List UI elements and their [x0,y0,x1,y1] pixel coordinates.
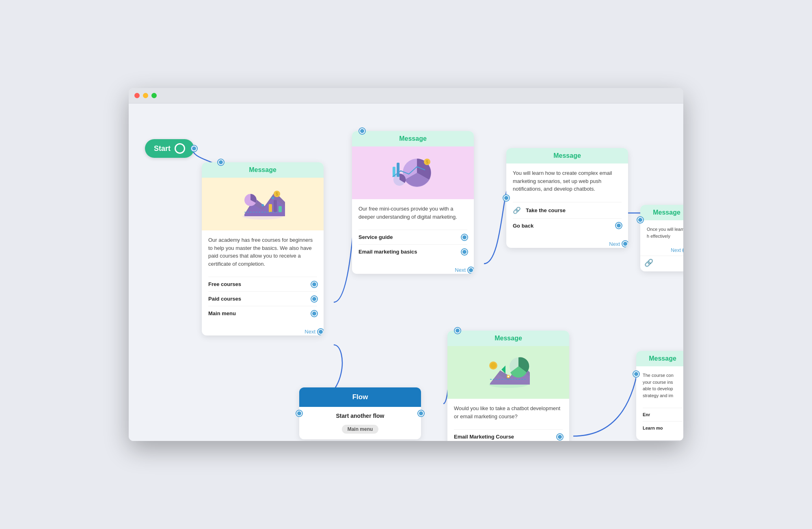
svg-rect-5 [274,200,277,212]
chart-icon-2: $ [391,155,435,191]
flow-output-dot [418,411,424,416]
svg-point-8 [272,197,274,199]
card4-input-dot [455,328,460,333]
message-card-3: Message You will learn how to create com… [506,148,628,248]
card3-btn-2[interactable]: Go back [513,218,622,233]
card1-btn-2[interactable]: Paid courses [208,291,317,306]
card2-input-dot [359,128,365,134]
message-card-4: Message [447,331,569,441]
flow-title: Start another flow [306,413,415,419]
card4-image [447,346,569,399]
canvas-area: Start Message [129,103,683,441]
card5-input-dot [637,217,643,223]
card5-link: 🔗 [640,256,683,271]
card4-btn-dot-1 [557,434,563,440]
start-circle [175,143,185,154]
message-card-1: Message [202,162,324,335]
flow-input-dot [296,411,302,416]
card5-header: Message [640,205,683,220]
card6-input-dot [633,371,639,377]
card6-header: Message [636,351,683,366]
card4-btn-1[interactable]: Email Marketing Course [454,429,563,441]
card1-next-dot [318,329,324,335]
svg-point-25 [508,376,509,377]
card4-node: Message [447,331,569,441]
titlebar [129,88,683,103]
card2-btn-2[interactable]: Email marketing basics [358,244,467,259]
card1-btn-3[interactable]: Main menu [208,306,317,320]
card3-buttons: 🔗 Take the course Go back [506,199,628,239]
btn-dot-2 [311,296,317,302]
start-node[interactable]: Start [145,139,194,158]
card1-buttons: Free courses Paid courses Main menu [202,273,324,326]
card2-header: Message [352,131,474,146]
start-label: Start [154,144,171,153]
card1-body: Our academy has free courses for beginne… [202,230,324,273]
close-button[interactable] [134,93,140,98]
card2-next: Next [352,264,474,274]
start-output-dot [191,146,197,151]
flow-header: Flow [299,387,421,407]
mac-window: Start Message [129,88,683,441]
card3-header: Message [506,148,628,163]
card1-node: Message [202,162,324,335]
card1-image: $ [202,178,324,230]
card6-buttons: Enr Learn mo [636,404,683,440]
card1-input-dot [218,159,224,165]
card5-next: Next [640,245,683,256]
card2-btn-1[interactable]: Service guide [358,230,467,244]
card4-header: Message [447,331,569,346]
card3-next: Next [506,239,628,248]
card5-body: Once you will learn h effectively [640,220,683,245]
minimize-button[interactable] [143,93,148,98]
card3-next-dot [622,241,628,247]
card2-buttons: Service guide Email marketing basics [352,226,474,264]
svg-rect-15 [397,163,400,177]
svg-rect-4 [269,204,272,212]
card3-node: Message You will learn how to create com… [506,148,628,248]
svg-point-7 [261,204,264,206]
card6-partial-node: Message The course con your course ins a… [636,351,683,440]
flow-card: Flow Start another flow Main menu [299,387,421,439]
message-card-2: Message [352,131,474,274]
maximize-button[interactable] [151,93,157,98]
card3-input-dot [503,195,509,201]
card6-btn-2[interactable]: Learn mo [643,421,682,434]
flow-tag: Main menu [342,425,379,434]
svg-text:$: $ [276,192,278,196]
card2-image: $ [352,146,474,199]
flow-card-node: Flow Start another flow Main menu [299,387,421,439]
card2-node: Message [352,131,474,274]
card2-body: Our free mini-courses provide you with a… [352,199,474,226]
card3-btn-1[interactable]: 🔗 Take the course [513,202,622,218]
card1-btn-1[interactable]: Free courses [208,277,317,291]
card1-next: Next [202,326,324,335]
card2-next-dot [468,267,474,273]
link-icon-1: 🔗 [513,206,521,214]
card4-buttons: Email Marketing Course DIY Chatbots Cour… [447,426,569,441]
svg-point-27 [490,363,496,368]
card3-btn-dot-2 [616,223,622,228]
card4-body: Would you like to take a chatbot develop… [447,399,569,426]
card3-body: You will learn how to create complex ema… [506,163,628,199]
btn-dot-3 [311,311,317,316]
svg-rect-6 [279,206,282,212]
chart-icon-1: $ [240,186,285,222]
card2-btn-dot-2 [462,249,467,255]
card6-body: The course con your course ins able to d… [636,366,683,404]
svg-text:$: $ [426,160,428,164]
flow-body: Start another flow Main menu [299,407,421,439]
card5-partial-node: Message Once you will learn h effectivel… [640,205,683,271]
card6-btn-1[interactable]: Enr [643,408,682,421]
chart-icon-4 [486,354,531,391]
card2-btn-dot-1 [462,234,467,240]
btn-dot-1 [311,282,317,287]
